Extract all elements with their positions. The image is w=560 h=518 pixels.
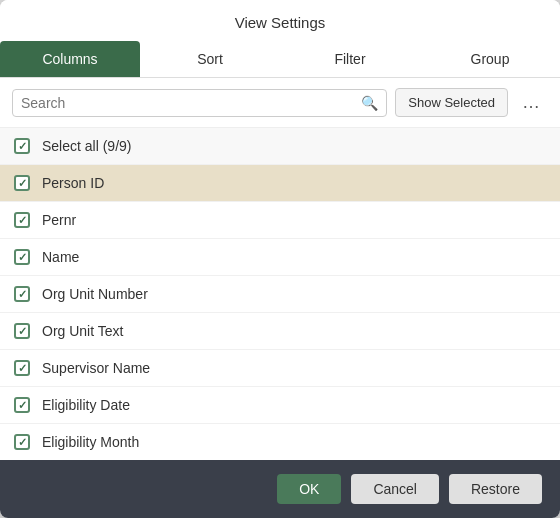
item-label: Supervisor Name	[42, 360, 150, 376]
item-label: Select all (9/9)	[42, 138, 131, 154]
checkbox[interactable]	[14, 212, 30, 228]
item-label: Org Unit Number	[42, 286, 148, 302]
list-item[interactable]: Org Unit Number	[0, 276, 560, 313]
checkbox[interactable]	[14, 434, 30, 450]
list-item[interactable]: Pernr	[0, 202, 560, 239]
tab-group[interactable]: Group	[420, 41, 560, 77]
list-item[interactable]: Eligibility Date	[0, 387, 560, 424]
list-item[interactable]: Eligibility Month	[0, 424, 560, 460]
cancel-button[interactable]: Cancel	[351, 474, 439, 504]
tab-columns[interactable]: Columns	[0, 41, 140, 77]
tab-sort[interactable]: Sort	[140, 41, 280, 77]
checkbox[interactable]	[14, 175, 30, 191]
list-item[interactable]: Select all (9/9)	[0, 128, 560, 165]
footer: OK Cancel Restore	[0, 460, 560, 518]
list-item[interactable]: Supervisor Name	[0, 350, 560, 387]
item-label: Eligibility Month	[42, 434, 139, 450]
show-selected-button[interactable]: Show Selected	[395, 88, 508, 117]
item-label: Person ID	[42, 175, 104, 191]
checkbox[interactable]	[14, 360, 30, 376]
tab-bar: Columns Sort Filter Group	[0, 41, 560, 78]
list-item[interactable]: Person ID	[0, 165, 560, 202]
tab-filter[interactable]: Filter	[280, 41, 420, 77]
search-icon: 🔍	[361, 95, 378, 111]
checkbox[interactable]	[14, 323, 30, 339]
item-label: Pernr	[42, 212, 76, 228]
list-item[interactable]: Org Unit Text	[0, 313, 560, 350]
item-label: Org Unit Text	[42, 323, 123, 339]
ok-button[interactable]: OK	[277, 474, 341, 504]
modal-title: View Settings	[0, 0, 560, 41]
restore-button[interactable]: Restore	[449, 474, 542, 504]
search-input-wrap: 🔍	[12, 89, 387, 117]
checkbox[interactable]	[14, 397, 30, 413]
checkbox[interactable]	[14, 138, 30, 154]
checkbox[interactable]	[14, 286, 30, 302]
columns-list: Select all (9/9)Person IDPernrNameOrg Un…	[0, 128, 560, 460]
list-item[interactable]: Name	[0, 239, 560, 276]
search-input[interactable]	[21, 95, 355, 111]
item-label: Eligibility Date	[42, 397, 130, 413]
item-label: Name	[42, 249, 79, 265]
checkbox[interactable]	[14, 249, 30, 265]
view-settings-modal: View Settings Columns Sort Filter Group …	[0, 0, 560, 518]
more-options-button[interactable]: …	[516, 88, 548, 117]
search-bar: 🔍 Show Selected …	[0, 78, 560, 128]
